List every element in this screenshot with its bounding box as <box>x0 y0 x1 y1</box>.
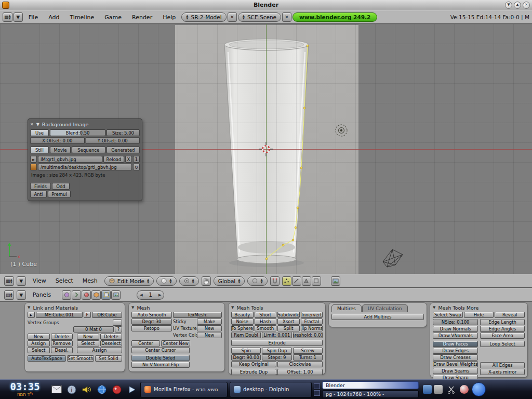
set-solid-button[interactable]: Set Solid <box>95 355 122 362</box>
vgroup-assign-button[interactable]: Assign <box>28 340 50 347</box>
mtm-toggle-draw-seams[interactable]: Draw Seams <box>433 368 478 374</box>
texmesh-field[interactable]: TexMesh: <box>173 312 222 318</box>
render-preview-button[interactable] <box>331 276 340 286</box>
material-preview-button[interactable] <box>113 320 122 326</box>
source-tab-still[interactable]: Still <box>30 147 49 153</box>
browser-launcher[interactable] <box>95 383 108 396</box>
mesh-tools-limit-0-001[interactable]: Limit: 0.001 <box>262 332 291 338</box>
menu-file[interactable]: File <box>24 13 43 22</box>
double-sided-toggle[interactable]: Double Sided <box>131 355 190 361</box>
mtm-toggle-draw-sharp[interactable]: Draw Sharp <box>433 375 478 379</box>
all-edges-toggle[interactable]: All Edges <box>480 362 525 368</box>
image-browse-button[interactable]: ▸ <box>30 156 37 163</box>
chat-launcher[interactable] <box>110 383 123 396</box>
mtm-toggle-draw-bevel-weights[interactable]: Draw Bevel Weights <box>433 361 478 367</box>
taskbar-clock[interactable]: 03:35 י"ד תמוז <box>2 382 48 397</box>
mesh-tools-hash[interactable]: Hash <box>255 318 277 325</box>
mtm-toggle-edge-length[interactable]: Edge Length <box>480 319 525 325</box>
material-deselect-button[interactable]: Deselect <box>100 340 123 347</box>
viewport-menu-select[interactable]: Select <box>51 277 77 284</box>
tab-uv-calculation[interactable]: UV Calculation <box>362 304 408 312</box>
mtm-select-swap[interactable]: Select Swap <box>433 312 463 318</box>
tray-monitor-icon[interactable] <box>423 385 432 394</box>
media-player-launcher[interactable] <box>125 383 138 396</box>
volume-launcher[interactable] <box>80 383 93 396</box>
mtm-toggle-face-area[interactable]: Face Area <box>480 332 525 339</box>
retopo-toggle[interactable]: Retopo <box>131 325 172 331</box>
panel-collapse-icon[interactable]: ▼ <box>131 305 134 310</box>
vgroup-new-button[interactable]: New <box>28 334 50 340</box>
mesh-tools-innervert[interactable]: Innervert <box>301 312 323 318</box>
proportional-edit-selector[interactable]: ▲▼ <box>247 276 267 286</box>
material-counter-field[interactable]: 0 Mat 0 <box>73 326 114 332</box>
odd-toggle[interactable]: Odd <box>52 183 70 190</box>
mesh-tools-to-sphere[interactable]: To Sphere <box>231 325 254 331</box>
panels-menu[interactable]: Panels <box>29 291 55 298</box>
vertex-select-button[interactable] <box>282 276 291 286</box>
extrude-button[interactable]: Extrude <box>231 340 323 346</box>
mesh-tools-spin-dup[interactable]: Spin Dup <box>262 348 291 354</box>
scene-selector[interactable]: ▲▼ SCE:Scene <box>238 12 281 22</box>
image-name-field[interactable]: IM:grtl_gbvh.jpg <box>38 156 102 163</box>
mesh-tools-turns-1[interactable]: Turns: 1 <box>293 354 323 361</box>
manipulator-toggle-button[interactable] <box>202 276 211 286</box>
vgroup-delete-button[interactable]: Delete <box>51 334 73 340</box>
nsize-field[interactable]: NSize: 0.100 <box>433 319 478 325</box>
frame-number-widget[interactable]: ◀ 1 ▶ <box>137 290 164 300</box>
material-select-button[interactable]: Select <box>77 340 99 347</box>
mesh-tools-split[interactable]: Split <box>277 325 300 331</box>
center-cursor-button[interactable]: Center Cursor <box>131 347 190 353</box>
pivot-selector[interactable]: ▲▼ <box>179 276 199 286</box>
center-button[interactable]: Center <box>131 340 160 347</box>
material-assign-button[interactable]: Assign <box>77 347 122 353</box>
desktop-pager[interactable] <box>314 383 320 396</box>
mtm-toggle-draw-vnormals[interactable]: Draw VNormals <box>433 332 478 339</box>
mesh-tools-screw[interactable]: Screw <box>293 348 323 354</box>
buttons-editor-type-button[interactable]: ▤ ▲▼ <box>4 290 14 300</box>
face-select-button[interactable] <box>302 276 311 286</box>
mesh-tools-extrude-dup[interactable]: Extrude Dup <box>231 369 276 375</box>
mtm-toggle-draw-edges[interactable]: Draw Edges <box>433 348 478 354</box>
maximize-button[interactable]: ▲ <box>514 2 521 9</box>
mesh-tools-xsort[interactable]: Xsort <box>277 318 300 325</box>
loop-select-button[interactable]: Loop Select <box>480 341 525 347</box>
mtm-toggle-draw-faces[interactable]: Draw Faces <box>433 341 478 347</box>
menu-game[interactable]: Game <box>100 13 126 22</box>
mail-launcher[interactable] <box>50 383 63 396</box>
panel-collapse-icon[interactable]: ▼ <box>231 305 234 310</box>
premul-toggle[interactable]: Premul <box>48 191 71 197</box>
mesh-name-field[interactable]: ME:Cube.001 <box>36 312 83 318</box>
unlink-image-button[interactable]: X <box>125 156 132 163</box>
panel-close-icon[interactable]: ✕ <box>30 122 34 127</box>
xaxis-mirror-toggle[interactable]: X-axis mirror <box>480 369 525 375</box>
mode-selector[interactable]: Edit Mode ▲▼ <box>104 276 154 286</box>
use-background-toggle[interactable]: Use <box>30 129 49 136</box>
panel-collapse-icon[interactable]: ▼ <box>433 305 435 310</box>
center-new-button[interactable]: Center New <box>161 340 190 347</box>
x-offset-field[interactable]: X Offset: 0.00 <box>30 137 85 144</box>
image-path-field[interactable]: /multimedia/desktop/grtl_gbvh.jpg <box>38 164 132 170</box>
vertex-color-new-button[interactable]: New <box>197 332 222 338</box>
shading-context-button[interactable] <box>82 290 91 300</box>
viewport-editor-type-button[interactable]: ▦ ▲▼ <box>4 276 14 286</box>
object-name-field[interactable]: OB:Cube <box>92 312 122 318</box>
orientation-selector[interactable]: Global ▲▼ <box>214 276 245 286</box>
menu-timeline[interactable]: Timeline <box>65 13 99 22</box>
material-new-button[interactable]: New <box>77 334 99 340</box>
mesh-tools-flip-normal[interactable]: Flip Normal <box>301 325 323 331</box>
mtm-toggle-draw-creases[interactable]: Draw Creases <box>433 354 478 361</box>
frame-prev-icon[interactable]: ◀ <box>137 293 145 297</box>
mtm-hide[interactable]: Hide <box>464 312 494 318</box>
mesh-tools-beauty[interactable]: Beauty <box>231 312 254 318</box>
minimize-button[interactable]: ▼ <box>505 2 512 9</box>
mesh-tools-subdivide[interactable]: Subdivide <box>277 312 300 318</box>
tray-notifier-icon[interactable] <box>460 385 469 394</box>
close-button[interactable]: ✕ <box>523 2 530 9</box>
mesh-tools-keep-original[interactable]: Keep Original <box>231 361 276 367</box>
editing-context-button[interactable] <box>101 290 111 300</box>
reload-button[interactable]: Reload <box>103 156 124 163</box>
anti-toggle[interactable]: Anti <box>30 191 47 197</box>
panel-collapse-icon[interactable]: ▼ <box>36 122 39 127</box>
mtm-toggle-edge-angles[interactable]: Edge Angles <box>480 326 525 332</box>
mtm-reveal[interactable]: Reveal <box>495 312 525 318</box>
